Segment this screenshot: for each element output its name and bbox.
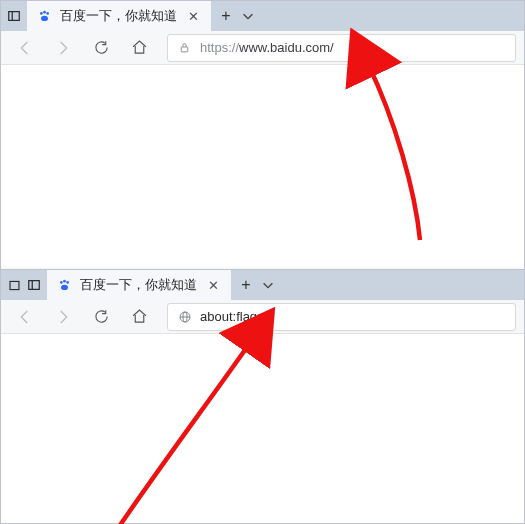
svg-point-10	[60, 281, 63, 284]
tabs-menu-button[interactable]	[241, 9, 259, 23]
tab-baidu[interactable]: 百度一下，你就知道 ✕	[47, 270, 231, 300]
tab-bar: 百度一下，你就知道 ✕ +	[1, 270, 524, 300]
sidebar-icon[interactable]	[7, 9, 21, 23]
forward-button[interactable]	[53, 307, 73, 327]
svg-point-4	[46, 12, 49, 15]
svg-point-2	[40, 12, 43, 15]
tabs-menu-button[interactable]	[261, 278, 279, 292]
forward-button[interactable]	[53, 38, 73, 58]
viewport: 百度一下，你就知道 ✕ +	[0, 0, 525, 524]
tab-title: 百度一下，你就知道	[60, 7, 177, 25]
tabbar-left-controls	[1, 1, 27, 31]
new-tab-button[interactable]: +	[237, 276, 255, 294]
browser-window-1: 百度一下，你就知道 ✕ +	[0, 0, 525, 270]
svg-rect-8	[29, 281, 40, 290]
paw-icon	[57, 278, 72, 293]
toolbar: https://www.baidu.com/	[1, 31, 524, 65]
paw-icon	[37, 9, 52, 24]
svg-rect-7	[10, 281, 19, 289]
url-text: about:flags	[200, 309, 264, 324]
browser-window-2: 百度一下，你就知道 ✕ +	[0, 269, 525, 524]
tabbar-left-controls	[1, 270, 47, 300]
url-host: www.baidu.com/	[239, 40, 334, 55]
tab-title: 百度一下，你就知道	[80, 276, 197, 294]
page-content	[1, 334, 524, 523]
page-content	[1, 65, 524, 269]
url-scheme: https://	[200, 40, 239, 55]
svg-point-12	[66, 281, 69, 284]
address-bar[interactable]: https://www.baidu.com/	[167, 34, 516, 62]
back-button[interactable]	[15, 38, 35, 58]
new-tab-button[interactable]: +	[217, 7, 235, 25]
back-button[interactable]	[15, 307, 35, 327]
svg-point-13	[61, 284, 68, 289]
home-button[interactable]	[129, 38, 149, 58]
sidebar-icon[interactable]	[27, 278, 41, 292]
globe-icon	[178, 310, 192, 324]
tab-actions: +	[231, 270, 285, 300]
tab-actions: +	[211, 1, 265, 31]
svg-point-11	[63, 279, 66, 282]
svg-point-5	[41, 15, 48, 20]
tab-baidu[interactable]: 百度一下，你就知道 ✕	[27, 1, 211, 31]
url-text: https://www.baidu.com/	[200, 40, 334, 55]
close-icon[interactable]: ✕	[185, 9, 201, 24]
address-bar[interactable]: about:flags	[167, 303, 516, 331]
refresh-button[interactable]	[91, 307, 111, 327]
svg-rect-6	[181, 47, 188, 52]
close-icon[interactable]: ✕	[205, 278, 221, 293]
refresh-button[interactable]	[91, 38, 111, 58]
toolbar: about:flags	[1, 300, 524, 334]
window-icon[interactable]	[7, 278, 21, 292]
svg-rect-0	[9, 12, 20, 21]
svg-point-3	[43, 10, 46, 13]
lock-icon	[178, 41, 192, 55]
home-button[interactable]	[129, 307, 149, 327]
tab-bar: 百度一下，你就知道 ✕ +	[1, 1, 524, 31]
